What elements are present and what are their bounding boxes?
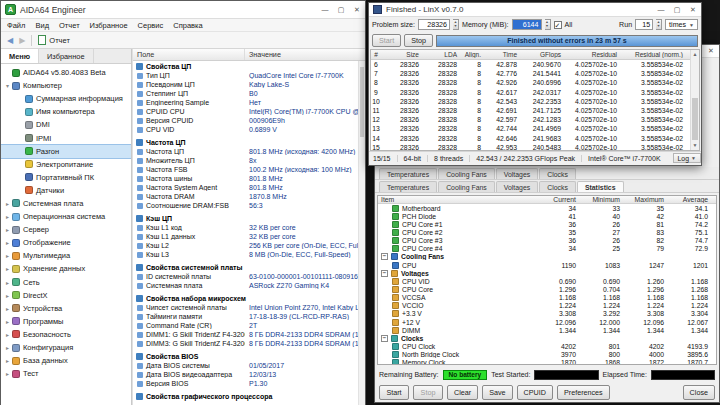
sidebar-item-сервер[interactable]: ▸Сервер bbox=[1, 223, 131, 236]
collapse-toggle-icon[interactable]: − bbox=[381, 335, 388, 342]
problem-size-input[interactable]: 28326 bbox=[418, 19, 450, 30]
forward-icon[interactable]: ▶ bbox=[19, 36, 25, 45]
start-button[interactable]: Start bbox=[379, 385, 409, 400]
menu-item-вид[interactable]: Вид bbox=[35, 21, 49, 30]
tree-expander-icon[interactable]: ▸ bbox=[3, 252, 12, 259]
stats-row-3-3-v[interactable]: +3.3 V3.3083.2923.3083.304 bbox=[378, 310, 716, 318]
data-row[interactable]: Дата BIOS видеоадаптера12/03/13 bbox=[133, 370, 365, 379]
sidebar-tab-меню[interactable]: Меню bbox=[1, 49, 39, 63]
menu-item-сервис[interactable]: Сервис bbox=[138, 21, 164, 30]
data-row[interactable]: Тайминги памяти17-18-18-39 (CL-RCD-RP-RA… bbox=[133, 312, 365, 321]
tab-clocks[interactable]: Clocks bbox=[539, 181, 576, 192]
tab-clocks[interactable]: Clocks bbox=[539, 168, 576, 179]
sidebar-item-имя-компьютера[interactable]: Имя компьютера bbox=[1, 105, 131, 118]
stop-button[interactable]: Stop bbox=[404, 34, 433, 47]
sidebar-item-конфигурация[interactable]: ▸Конфигурация bbox=[1, 341, 131, 354]
stats-group-voltages[interactable]: −Voltages bbox=[378, 269, 716, 277]
sidebar-item-компьютер[interactable]: ▾Компьютер bbox=[1, 79, 131, 92]
sidebar-item-портативный-пк[interactable]: Портативный ПК bbox=[1, 171, 131, 184]
result-row[interactable]: 152832628328842.953240.54834.025702e-103… bbox=[371, 143, 699, 151]
memory-spinner[interactable]: ▲▼ bbox=[545, 19, 551, 30]
tree-expander-icon[interactable]: ▸ bbox=[3, 344, 12, 351]
close-icon[interactable]: ✕ bbox=[349, 1, 365, 18]
save-button[interactable]: Save bbox=[482, 385, 512, 400]
back-icon[interactable]: ◀ bbox=[7, 36, 13, 45]
scroll-down-icon[interactable]: ▼ bbox=[691, 141, 699, 150]
minimize-icon[interactable]: — bbox=[653, 3, 669, 16]
run-count-input[interactable]: 15 bbox=[635, 19, 653, 30]
sidebar-item-ipmi[interactable]: IPMI bbox=[1, 131, 131, 144]
section-row[interactable]: Свойства ЦП bbox=[133, 62, 365, 71]
sidebar-item-безопасность[interactable]: ▸Безопасность bbox=[1, 328, 131, 341]
stats-row-dimm[interactable]: DIMM1.3441.3441.3441.344 bbox=[378, 326, 716, 334]
tab-statistics[interactable]: Statistics bbox=[577, 181, 624, 192]
data-row[interactable]: Системная платаASRock Z270 Gaming K4 bbox=[133, 281, 365, 290]
section-row[interactable]: Свойства BIOS bbox=[133, 352, 365, 361]
data-row[interactable]: Command Rate (CR)2T bbox=[133, 321, 365, 330]
close-icon[interactable]: ✕ bbox=[703, 45, 719, 57]
data-row[interactable]: Множитель ЦП8x bbox=[133, 156, 365, 165]
clear-button[interactable]: Clear bbox=[447, 385, 478, 400]
tree-expander-icon[interactable]: ▸ bbox=[3, 213, 12, 220]
sidebar-item-датчики[interactable]: Датчики bbox=[1, 184, 131, 197]
log-dropdown[interactable]: Log▼ bbox=[673, 153, 701, 163]
data-row[interactable]: Кэш L2256 KB per core (On-Die, ECC, Full… bbox=[133, 241, 365, 250]
result-row[interactable]: 142832628328842.646241.96834.025702e-103… bbox=[371, 134, 699, 143]
data-row[interactable]: Версия CPUID000906E9h bbox=[133, 116, 365, 125]
stats-group-cooling-fans[interactable]: −Cooling Fans bbox=[378, 253, 716, 261]
tree-expander-icon[interactable]: ▸ bbox=[3, 318, 12, 325]
run-count-spinner[interactable]: ▲▼ bbox=[656, 19, 662, 30]
data-row[interactable]: Частота FSB100.2 MHz (исходная: 100 MHz) bbox=[133, 165, 365, 174]
data-row[interactable]: Кэш L1 код32 KB per core bbox=[133, 223, 365, 232]
stats-row-north-bridge-clock[interactable]: North Bridge Clock397080040003895.6 bbox=[378, 351, 716, 359]
stats-row-cpu-core-1[interactable]: CPU Core #136268174.2 bbox=[378, 220, 716, 228]
sidebar-item-устройства[interactable]: ▸Устройства bbox=[1, 302, 131, 315]
menu-item-файл[interactable]: Файл bbox=[7, 21, 25, 30]
tree-expander-icon[interactable]: ▸ bbox=[3, 370, 12, 377]
data-row[interactable]: Частота System Agent801.8 MHz bbox=[133, 183, 365, 192]
tree-expander-icon[interactable]: ▸ bbox=[3, 226, 12, 233]
cpuid-button[interactable]: CPUID bbox=[517, 385, 553, 400]
sidebar-item-системная-плата[interactable]: ▸Системная плата bbox=[1, 197, 131, 210]
collapse-toggle-icon[interactable]: − bbox=[381, 253, 388, 260]
stats-row-pch-diode[interactable]: PCH Diode41404241.0 bbox=[378, 212, 716, 220]
tree-expander-icon[interactable]: ▸ bbox=[3, 357, 12, 364]
sidebar-item-разгон[interactable]: Разгон bbox=[1, 145, 131, 158]
all-checkbox[interactable]: ✓ bbox=[554, 21, 562, 29]
tree-expander-icon[interactable]: ▸ bbox=[3, 292, 12, 299]
tab-voltages[interactable]: Voltages bbox=[496, 168, 538, 179]
stats-row-cpu-core-2[interactable]: CPU Core #235278375.1 bbox=[378, 228, 716, 236]
tab-temperatures[interactable]: Temperatures bbox=[379, 168, 437, 179]
data-row[interactable]: Степпинг ЦПB0 bbox=[133, 89, 365, 98]
field-column-header[interactable]: Поле bbox=[133, 49, 245, 60]
data-row[interactable]: Чипсет системной платыIntel Union Point … bbox=[133, 303, 365, 312]
close-icon[interactable]: ✕ bbox=[685, 3, 701, 16]
sidebar-item-база-данных[interactable]: ▸База данных bbox=[1, 354, 131, 367]
tree-expander-icon[interactable]: ▾ bbox=[3, 82, 12, 89]
column-header-gflops[interactable]: GFlops bbox=[521, 51, 565, 58]
column-header-align[interactable]: Align. bbox=[461, 51, 485, 58]
data-row[interactable]: Псевдоним ЦПKaby Lake-S bbox=[133, 80, 365, 89]
minimize-icon[interactable]: — bbox=[317, 1, 333, 18]
sidebar-item-aida64-v5-80-4083-beta[interactable]: AIDA64 v5.80.4083 Beta bbox=[1, 66, 131, 79]
scrollbar-thumb[interactable] bbox=[360, 67, 364, 137]
column-header-lda[interactable]: LDA bbox=[423, 51, 461, 58]
menu-item-отчет[interactable]: Отчет bbox=[59, 21, 80, 30]
scroll-up-icon[interactable]: ▲ bbox=[691, 50, 699, 59]
menu-item-справка[interactable]: Справка bbox=[173, 21, 202, 30]
stats-group-clocks[interactable]: −Clocks bbox=[378, 334, 716, 342]
sidebar-item-тест[interactable]: ▸Тест bbox=[1, 367, 131, 380]
data-row[interactable]: ID системной платы63-0100-000001-0010111… bbox=[133, 272, 365, 281]
section-row[interactable]: Свойства графического процессора bbox=[133, 392, 365, 401]
data-row[interactable]: DIMM3: G Skill TridentZ F4-3200C16D-16GT… bbox=[133, 339, 365, 348]
menu-item-избранное[interactable]: Избранное bbox=[90, 21, 128, 30]
data-row[interactable]: Частота шины801.8 MHz bbox=[133, 174, 365, 183]
stats-row-memory-clock[interactable]: Memory Clock1870186818721870.7 bbox=[378, 359, 716, 365]
column-header-time[interactable]: Time bbox=[485, 51, 521, 58]
column-header-size[interactable]: Size bbox=[385, 51, 423, 58]
close-button[interactable]: Close bbox=[683, 385, 715, 400]
stats-row-cpu-core-4[interactable]: CPU Core #434257972.9 bbox=[378, 245, 716, 253]
result-row[interactable]: 112832628328842.691241.71254.025702e-103… bbox=[371, 106, 699, 115]
stats-row-cpu[interactable]: CPU1190108312471201 bbox=[378, 261, 716, 269]
report-button[interactable]: Отчет bbox=[38, 35, 70, 45]
